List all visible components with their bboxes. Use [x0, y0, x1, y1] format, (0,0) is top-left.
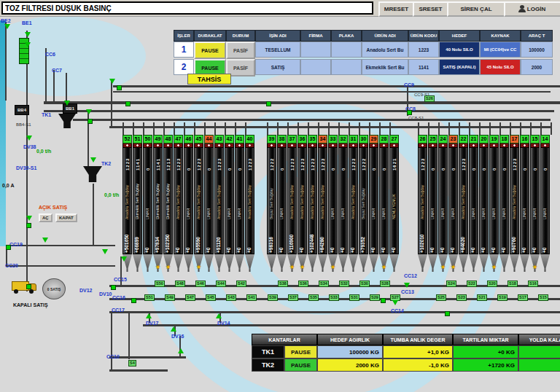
silo-product-code: 1223: [351, 149, 356, 170]
silo-24[interactable]: 240LİMAR+0★: [438, 135, 448, 272]
valve-icon[interactable]: [216, 313, 222, 318]
silo-18[interactable]: 180LİMAR+0: [499, 135, 509, 272]
silo-41[interactable]: 410LİMAR+0: [235, 135, 244, 272]
sensor-s34: S34: [319, 281, 329, 287]
button-a-[interactable]: AÇ: [39, 213, 52, 222]
valve-icon[interactable]: [42, 238, 48, 243]
silo-21[interactable]: 210LİMAR+0: [469, 135, 478, 272]
silo-product-code: 0: [543, 149, 548, 170]
status-dot: [111, 285, 116, 290]
silo-14[interactable]: 140LİMAR+0: [540, 135, 550, 272]
silo-23[interactable]: 230LİMAR+0★: [448, 135, 458, 272]
valve-icon[interactable]: [64, 101, 70, 106]
silo-17[interactable]: 171223Anadolu Sert Buğday+90760: [510, 135, 519, 272]
silo-48[interactable]: 481213Ekmeklik Sert Buğday+102350★: [163, 135, 173, 272]
sensor-s24: S24: [446, 281, 456, 287]
silo-32[interactable]: 320LİMAR+0: [338, 135, 348, 272]
silo-47[interactable]: 471223Anadolu Sert Buğday+0: [174, 135, 183, 272]
silo-funnel: [489, 254, 499, 272]
mreset-button[interactable]: MRESET: [378, 1, 414, 17]
silo-26[interactable]: 261223Anadolu Sert Buğday+102010: [418, 135, 427, 272]
silo-42[interactable]: 420LİMAR+0: [225, 135, 234, 272]
silo-49[interactable]: 491141Ekmeklik Sert Buğday+97834★: [153, 135, 163, 272]
valve-icon[interactable]: [178, 348, 184, 353]
job-header-plaka: PLAKA: [331, 30, 362, 42]
silo-body: 1223Anadolu Sert Buğday+84020: [459, 147, 468, 254]
silo-36[interactable]: 361223Anadolu Sert Buğday+0★: [298, 135, 307, 272]
valve-icon[interactable]: [121, 256, 127, 262]
silo-number: 29: [369, 135, 378, 144]
silo-34[interactable]: 341223Anadolu Sert Buğday+84280: [318, 135, 327, 272]
silo-amount: +0: [532, 219, 537, 253]
sensor-s25: S25: [436, 294, 446, 301]
silo-33[interactable]: 330LİMAR+0★: [328, 135, 338, 272]
valve-icon[interactable]: [392, 300, 398, 305]
tk2-pause-button[interactable]: PAUSE: [284, 358, 317, 372]
valve-icon[interactable]: [26, 136, 32, 141]
label-cc7: CC7: [52, 68, 62, 73]
silo-25[interactable]: 250LİMAR+0: [428, 135, 438, 272]
button-kapat[interactable]: KAPAT: [55, 213, 77, 222]
silo-50[interactable]: 500LİMAR+0: [143, 135, 152, 272]
silo-52[interactable]: 521223Anadolu Sert Buğday+501650: [122, 135, 132, 272]
silo-amount: +0: [341, 219, 346, 253]
sreset-button[interactable]: SRESET: [413, 1, 448, 17]
silo-number: 38: [277, 135, 287, 144]
sensor-s38: S38: [278, 281, 288, 287]
silo-product-name: LİMAR: [543, 170, 547, 219]
silo-16[interactable]: 160LİMAR+0: [520, 135, 529, 272]
silo-37[interactable]: 371223Anadolu Sert Buğday+116900★: [287, 135, 297, 272]
valve-icon[interactable]: [102, 249, 108, 254]
silo-46[interactable]: 460LİMAR+0: [184, 135, 193, 272]
hopper-tk2-icon: [83, 166, 102, 182]
silo-funnel: [184, 254, 193, 272]
valve-icon[interactable]: [26, 216, 32, 221]
silo-39[interactable]: 391222Beyaz Sert Buğday+98316: [267, 135, 276, 272]
valve-icon[interactable]: [404, 283, 410, 288]
silo-number: 26: [418, 135, 427, 144]
sensor-s30: S30: [359, 281, 370, 287]
alarm-input[interactable]: [1, 1, 373, 15]
valve-icon[interactable]: [109, 79, 115, 84]
silo-51[interactable]: 511141Ekmeklik Sert Buğday+66899: [133, 135, 142, 272]
login-button[interactable]: LOGİN: [504, 1, 560, 17]
valve-icon[interactable]: [146, 313, 152, 318]
silo-product-name: NEMLİ YEMLİK: [392, 170, 396, 219]
status-dot: [88, 119, 93, 124]
silo-28[interactable]: 280LİMAR+0★: [379, 135, 389, 272]
job1-pause-button[interactable]: PAUSE: [194, 42, 226, 59]
silo-44[interactable]: 440LİMAR+0: [204, 135, 214, 272]
silo-38[interactable]: 380LİMAR+0: [277, 135, 287, 272]
silo-35[interactable]: 351223Anadolu Sert Buğday+102448: [308, 135, 317, 272]
silo-30[interactable]: 301222Beyaz Sert Buğday+79352: [359, 135, 368, 272]
valve-icon[interactable]: [25, 42, 31, 47]
silo-funnel: [194, 254, 203, 272]
silo-number: 30: [359, 135, 368, 144]
silo-43[interactable]: 431223Anadolu Sert Buğday+91120: [214, 135, 224, 272]
silo-product-name: LİMAR: [238, 170, 241, 219]
valve-icon[interactable]: [4, 24, 10, 29]
siren-button[interactable]: SİREN ÇAL: [447, 1, 505, 17]
valve-icon[interactable]: [86, 109, 92, 114]
silo-number: 22: [459, 135, 468, 144]
silo-amount: +102350: [166, 219, 171, 253]
silo-funnel: [287, 254, 297, 272]
silo-27[interactable]: 271621NEMLİ YEMLİK+0: [389, 135, 399, 272]
tk1-pause-button[interactable]: PAUSE: [284, 345, 317, 358]
silo-40[interactable]: 401223Anadolu Sert Buğday+0: [245, 135, 254, 272]
sensor-s26: S26: [424, 95, 435, 102]
valve-icon[interactable]: [171, 326, 176, 332]
silo-number: 41: [235, 135, 244, 144]
silo-45[interactable]: 451223Anadolu Sert Buğday+95590★: [194, 135, 203, 272]
silo-29[interactable]: 290LİMAR+0: [369, 135, 378, 272]
silo-20[interactable]: 200LİMAR+0: [479, 135, 489, 272]
silo-31[interactable]: 311223Anadolu Sert Buğday+0: [349, 135, 358, 272]
valve-icon[interactable]: [25, 32, 31, 37]
silo-22[interactable]: 221223Anadolu Sert Buğday+84020: [459, 135, 468, 272]
silo-product-name: LİMAR: [341, 170, 345, 219]
silo-19[interactable]: 190LİMAR+0★: [489, 135, 499, 272]
valve-icon[interactable]: [90, 157, 96, 162]
silo-15[interactable]: 150LİMAR+0★: [530, 135, 540, 272]
tahsis-button[interactable]: TAHSİS: [187, 74, 231, 85]
label-a-ik-sati-: AÇIK SATIŞ: [39, 205, 67, 210]
